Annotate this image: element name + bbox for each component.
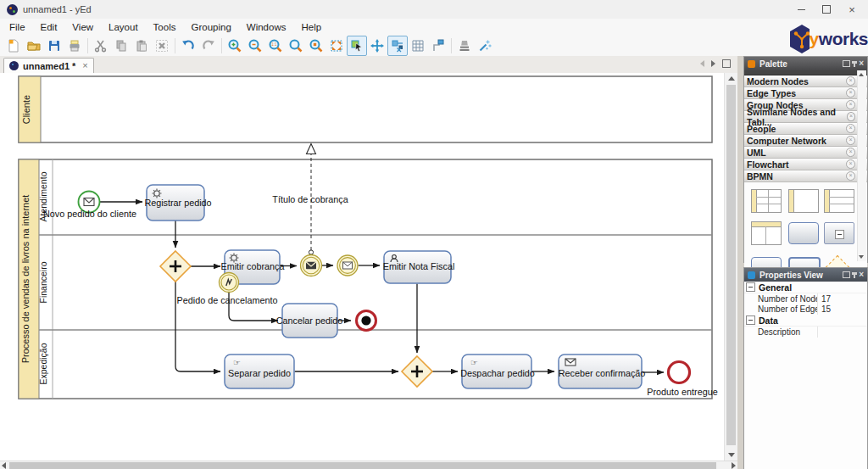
pin-panel-icon[interactable] bbox=[854, 272, 855, 278]
copy-button[interactable] bbox=[111, 36, 131, 56]
vertical-scroll-thumb[interactable] bbox=[726, 85, 736, 445]
section-collapse-icon[interactable]: × bbox=[846, 136, 855, 145]
palette-item-pool-empty[interactable] bbox=[788, 189, 819, 213]
task-cancelar-pedido[interactable]: Cancelar pedido bbox=[276, 304, 343, 338]
scroll-tabs-right-icon[interactable] bbox=[711, 60, 715, 67]
scroll-down-icon[interactable] bbox=[728, 453, 735, 457]
tab-unnamed1[interactable]: unnamed1 * × bbox=[3, 58, 94, 73]
section-collapse-icon[interactable]: × bbox=[846, 159, 855, 169]
layout-stamp-button[interactable] bbox=[454, 36, 475, 56]
palette-section-flowchart[interactable]: Flowchart× bbox=[744, 159, 867, 170]
print-button[interactable] bbox=[64, 36, 85, 56]
float-panel-icon[interactable] bbox=[843, 271, 850, 278]
palette-item-pool-grid[interactable] bbox=[751, 189, 782, 213]
close-panel-icon[interactable]: × bbox=[859, 271, 864, 279]
menu-edit[interactable]: Edit bbox=[33, 19, 65, 36]
collapse-icon[interactable] bbox=[746, 315, 755, 325]
zoom-actual-size-button[interactable]: 1:1 bbox=[265, 36, 286, 56]
section-collapse-icon[interactable]: × bbox=[846, 171, 855, 181]
scroll-right-icon[interactable] bbox=[732, 462, 736, 469]
end-event-cancelado[interactable] bbox=[357, 311, 376, 331]
maximize-button[interactable] bbox=[814, 0, 839, 19]
properties-header[interactable]: Properties View × bbox=[744, 268, 867, 282]
new-document-button[interactable] bbox=[3, 36, 24, 56]
task-receber-confirmacao[interactable]: Receber confirmação bbox=[559, 355, 646, 388]
canvas-vertical-scrollbar[interactable] bbox=[724, 73, 738, 461]
scroll-up-icon[interactable] bbox=[859, 73, 864, 76]
properties-group-data[interactable]: Data bbox=[744, 315, 867, 327]
menu-view[interactable]: View bbox=[64, 19, 101, 36]
palette-section-computer-network[interactable]: Computer Network× bbox=[744, 135, 867, 147]
diagram-canvas[interactable]: Cliente Processo de vendas de livros na … bbox=[0, 73, 724, 461]
orthogonal-edges-button[interactable] bbox=[428, 36, 448, 56]
properties-group-general[interactable]: General bbox=[744, 282, 867, 293]
palette-section-modern-nodes[interactable]: Modern Nodes× bbox=[744, 75, 867, 87]
section-collapse-icon[interactable]: × bbox=[846, 124, 855, 133]
menu-layout[interactable]: Layout bbox=[101, 19, 146, 36]
palette-scrollbar[interactable] bbox=[857, 70, 866, 261]
palette-item-pool-rows[interactable] bbox=[824, 189, 854, 213]
scroll-left-icon[interactable] bbox=[2, 462, 6, 469]
property-row-number-of-edges[interactable]: Number of Edges 15 bbox=[744, 304, 867, 315]
intermediate-event-message-catch[interactable] bbox=[337, 255, 358, 276]
fit-content-button[interactable] bbox=[326, 36, 347, 56]
delete-button[interactable] bbox=[152, 36, 172, 56]
scroll-down-icon[interactable] bbox=[859, 255, 864, 259]
tab-close-icon[interactable]: × bbox=[82, 61, 87, 70]
pool-cliente[interactable]: Cliente bbox=[19, 76, 712, 142]
scroll-up-icon[interactable] bbox=[728, 76, 735, 81]
collapse-icon[interactable] bbox=[746, 282, 755, 292]
close-panel-icon[interactable]: × bbox=[859, 59, 864, 68]
end-event-produto-entregue[interactable] bbox=[669, 362, 690, 383]
menu-windows[interactable]: Windows bbox=[239, 19, 294, 36]
zoom-button[interactable] bbox=[286, 36, 306, 56]
task-despachar-pedido[interactable]: ☞ Despachar pedido bbox=[460, 355, 535, 388]
menu-help[interactable]: Help bbox=[293, 19, 329, 36]
palette-item-task[interactable] bbox=[788, 222, 819, 244]
pin-panel-icon[interactable] bbox=[854, 61, 855, 67]
menu-grouping[interactable]: Grouping bbox=[183, 19, 238, 36]
palette-section-bpmn[interactable]: BPMN× bbox=[744, 170, 867, 182]
cut-button[interactable] bbox=[91, 36, 111, 56]
horizontal-scroll-thumb[interactable] bbox=[9, 462, 716, 469]
grid-button[interactable] bbox=[408, 36, 428, 56]
boundary-event-error[interactable] bbox=[220, 273, 239, 293]
section-collapse-icon[interactable]: × bbox=[847, 112, 855, 121]
maximize-editor-icon[interactable] bbox=[722, 59, 731, 68]
label-novo-pedido[interactable]: Novo pedido do cliente bbox=[43, 209, 136, 219]
zoom-to-selection-button[interactable] bbox=[306, 36, 326, 56]
save-button[interactable] bbox=[44, 36, 64, 56]
section-collapse-icon[interactable]: × bbox=[846, 76, 855, 86]
task-registrar-pedido[interactable]: Registrar pedido bbox=[144, 185, 211, 221]
paste-button[interactable] bbox=[131, 36, 152, 56]
open-button[interactable] bbox=[24, 36, 44, 56]
pan-mode-button[interactable] bbox=[367, 36, 387, 56]
label-produto-entregue[interactable]: Produto entregue bbox=[647, 387, 717, 397]
redo-button[interactable] bbox=[198, 36, 219, 56]
task-separar-pedido[interactable]: ☞ Separar pedido bbox=[225, 355, 294, 388]
property-value[interactable] bbox=[817, 327, 867, 338]
palette-header[interactable]: Palette × bbox=[744, 57, 867, 70]
scroll-tabs-left-icon[interactable] bbox=[700, 60, 704, 67]
minimize-button[interactable] bbox=[788, 0, 814, 19]
undo-button[interactable] bbox=[178, 36, 198, 56]
palette-section-swimlane-nodes[interactable]: Swimlane Nodes and Tabl...× bbox=[744, 111, 867, 123]
magic-wand-button[interactable] bbox=[475, 36, 495, 56]
close-button[interactable]: × bbox=[839, 0, 865, 19]
label-pedido-cancelamento[interactable]: Pedido de cancelamento bbox=[177, 295, 278, 305]
snap-lines-button[interactable] bbox=[387, 36, 408, 56]
section-collapse-icon[interactable]: × bbox=[846, 148, 855, 157]
palette-section-uml[interactable]: UML× bbox=[744, 147, 867, 159]
section-collapse-icon[interactable]: × bbox=[846, 88, 855, 98]
palette-item-group-node[interactable] bbox=[824, 222, 854, 244]
property-row-number-of-nodes[interactable]: Number of Nodes 17 bbox=[744, 293, 867, 304]
edit-mode-button[interactable] bbox=[347, 36, 367, 56]
palette-section-edge-types[interactable]: Edge Types× bbox=[744, 87, 867, 99]
zoom-in-button[interactable] bbox=[225, 36, 245, 56]
canvas-horizontal-scrollbar[interactable] bbox=[0, 461, 737, 469]
float-panel-icon[interactable] bbox=[843, 60, 850, 67]
intermediate-event-message-throw[interactable] bbox=[301, 255, 322, 276]
property-row-description[interactable]: Description bbox=[744, 327, 867, 338]
zoom-out-button[interactable] bbox=[245, 36, 265, 56]
label-titulo-cobranca[interactable]: Título de cobrança bbox=[272, 194, 348, 204]
